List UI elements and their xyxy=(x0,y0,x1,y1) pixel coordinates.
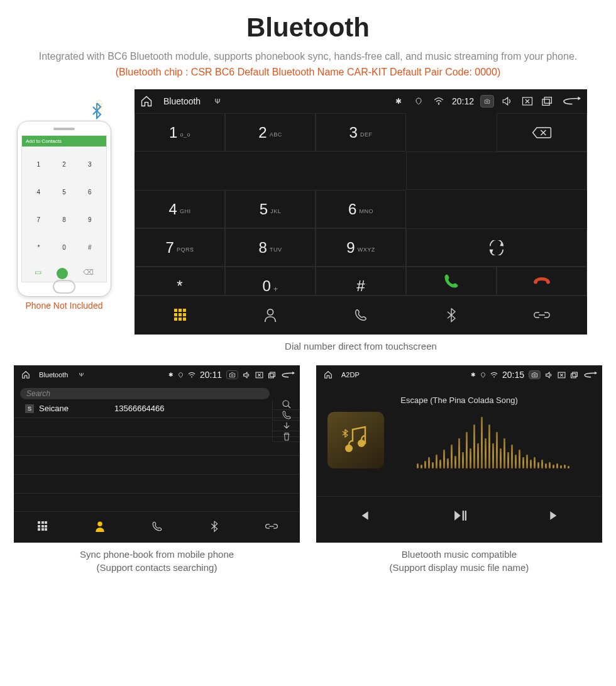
tab-contacts[interactable] xyxy=(71,512,128,540)
back-icon[interactable] xyxy=(561,96,582,106)
back-icon[interactable] xyxy=(583,372,597,379)
screenshot-icon[interactable] xyxy=(529,370,541,379)
svg-point-1 xyxy=(487,101,488,102)
statusbar-time: 20:15 xyxy=(502,370,524,380)
contact-name: Seicane xyxy=(39,404,114,413)
headunit-phonebook-column: Bluetooth Ψ ✱ 20:11 Search xyxy=(14,365,300,584)
volume-icon[interactable] xyxy=(243,372,251,379)
statusbar-title: A2DP xyxy=(341,371,360,379)
home-icon[interactable] xyxy=(19,370,33,379)
svg-point-12 xyxy=(97,521,102,526)
redial-icon[interactable] xyxy=(406,228,587,267)
home-icon[interactable] xyxy=(140,95,153,108)
key-5[interactable]: 5JKL xyxy=(225,190,316,228)
key-8[interactable]: 8TUV xyxy=(225,228,316,267)
side-down-icon[interactable] xyxy=(272,421,300,431)
song-title: Escape (The Pina Colada Song) xyxy=(316,396,602,405)
wifi-icon xyxy=(490,372,498,378)
call-button[interactable] xyxy=(406,267,497,296)
headunit-phonebook: Bluetooth Ψ ✱ 20:11 Search xyxy=(14,365,300,543)
wifi-icon xyxy=(432,97,446,105)
recent-apps-icon[interactable] xyxy=(268,372,277,379)
key-2[interactable]: 2ABC xyxy=(225,113,316,152)
tab-contacts[interactable] xyxy=(225,296,316,333)
headunit-music: A2DP ✱ 20:15 Escape (The Pina Colada Son… xyxy=(316,365,602,543)
screenshot-icon[interactable] xyxy=(226,370,238,379)
headunit-dialer: Bluetooth Ψ ✱ 20:12 1o_o 2ABC xyxy=(135,89,587,335)
key-star[interactable]: * xyxy=(135,267,225,296)
contact-row xyxy=(14,456,300,475)
close-app-icon[interactable] xyxy=(558,372,566,379)
tab-dialpad[interactable] xyxy=(135,296,225,333)
contact-row xyxy=(14,437,300,456)
dialpad-icon xyxy=(38,521,47,531)
prev-track-button[interactable] xyxy=(316,497,412,534)
svg-rect-10 xyxy=(270,372,275,377)
next-track-button[interactable] xyxy=(507,497,602,534)
tab-dialpad[interactable] xyxy=(14,512,71,540)
tab-pair[interactable] xyxy=(497,296,587,333)
svg-rect-3 xyxy=(542,99,549,106)
key-7[interactable]: 7PQRS xyxy=(135,228,225,267)
dialpad-icon xyxy=(174,309,186,321)
contacts-icon xyxy=(94,520,106,533)
close-app-icon[interactable] xyxy=(255,372,263,379)
contact-row[interactable]: S Seicane 13566664466 xyxy=(14,399,300,418)
phone-mock-header: Add to Contacts xyxy=(22,136,106,147)
phone-mock-column: ꙰꙰꙰ Add to Contacts 123 456 789 *0# ▭ ⌫ xyxy=(14,121,114,311)
link-icon xyxy=(534,309,550,321)
recent-apps-icon[interactable] xyxy=(570,372,579,379)
spec-line: (Bluetooth chip : CSR BC6 Default Blueto… xyxy=(0,67,616,78)
svg-point-5 xyxy=(267,309,273,314)
bluetooth-icon: ✱ xyxy=(168,372,173,378)
svg-point-7 xyxy=(231,374,233,376)
wifi-icon xyxy=(188,372,195,378)
bluetooth-signal-icon: ꙰꙰꙰ xyxy=(89,102,104,119)
key-6[interactable]: 6MNO xyxy=(316,190,406,228)
phone-mock-call-icon xyxy=(57,268,68,279)
headunit-music-column: A2DP ✱ 20:15 Escape (The Pina Colada Son… xyxy=(316,365,602,584)
key-9[interactable]: 9WXYZ xyxy=(316,228,406,267)
tab-pair[interactable] xyxy=(243,512,300,540)
side-call-icon[interactable] xyxy=(272,410,300,421)
bluetooth-icon: ✱ xyxy=(392,97,405,106)
svg-point-14 xyxy=(534,374,536,376)
search-input[interactable]: Search xyxy=(20,388,270,399)
phone-mock-dialpad: 123 456 789 *0# xyxy=(22,147,106,265)
number-display xyxy=(406,152,587,190)
play-pause-button[interactable] xyxy=(412,497,507,534)
hangup-button[interactable] xyxy=(497,267,587,296)
side-search-icon[interactable] xyxy=(272,399,300,410)
tab-call-log[interactable] xyxy=(316,296,406,333)
contacts-icon xyxy=(263,307,277,323)
key-0[interactable]: 0+ xyxy=(225,267,316,296)
phone-outline-icon xyxy=(354,308,368,322)
tab-bluetooth[interactable] xyxy=(406,296,497,333)
key-4[interactable]: 4GHI xyxy=(135,190,225,228)
tab-bluetooth[interactable] xyxy=(185,512,243,540)
key-3[interactable]: 3DEF xyxy=(316,113,406,152)
key-hash[interactable]: # xyxy=(316,267,406,296)
dialer-caption: Dial number direct from touchscreen xyxy=(135,340,587,353)
home-icon[interactable] xyxy=(321,370,335,379)
volume-icon[interactable] xyxy=(545,372,553,379)
svg-rect-21 xyxy=(465,511,466,521)
close-app-icon[interactable] xyxy=(520,96,534,106)
recent-apps-icon[interactable] xyxy=(541,96,554,106)
backspace-icon[interactable] xyxy=(497,113,587,152)
contact-row xyxy=(14,475,300,494)
svg-point-11 xyxy=(283,401,289,406)
svg-rect-16 xyxy=(571,373,576,378)
screenshot-icon[interactable] xyxy=(480,95,494,108)
dialpad: 1o_o 2ABC 3DEF 4GHI 5JKL 6MNO 7PQRS 8TUV… xyxy=(135,113,587,296)
svg-point-19 xyxy=(358,440,365,447)
key-1[interactable]: 1o_o xyxy=(135,113,225,152)
statusbar-title: Bluetooth xyxy=(39,371,68,379)
side-delete-icon[interactable] xyxy=(272,431,300,442)
page-title: Bluetooth xyxy=(0,13,616,43)
back-icon[interactable] xyxy=(281,372,295,379)
headunit-dialer-column: Bluetooth Ψ ✱ 20:12 1o_o 2ABC xyxy=(135,89,587,363)
tab-call-log[interactable] xyxy=(128,512,185,540)
volume-icon[interactable] xyxy=(500,96,514,106)
location-icon xyxy=(480,372,486,379)
